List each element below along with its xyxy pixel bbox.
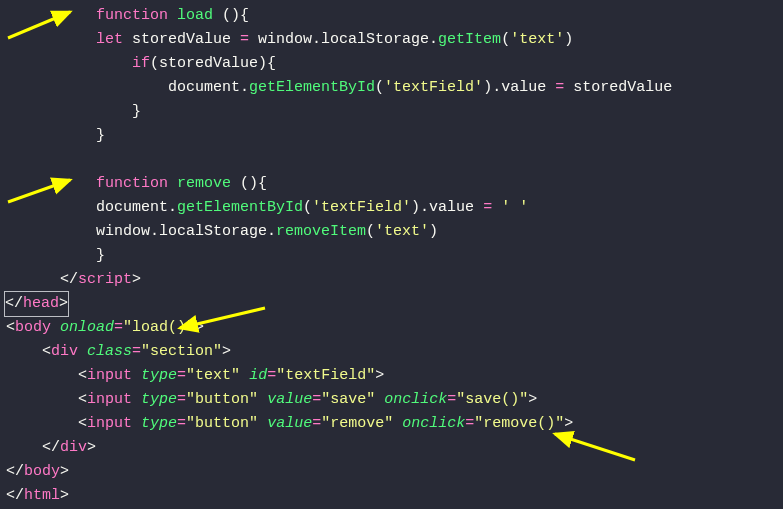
code-line: function load (){: [6, 4, 783, 28]
code-line: function remove (){: [6, 172, 783, 196]
keyword: function: [96, 7, 168, 24]
code-line: <div class="section">: [6, 340, 783, 364]
code-line: }: [6, 100, 783, 124]
code-line: <body onload="load()">: [6, 316, 783, 340]
code-line: [6, 148, 783, 172]
code-line: document.getElementById('textField').val…: [6, 76, 783, 100]
code-line: <input type="text" id="textField">: [6, 364, 783, 388]
code-line: }: [6, 244, 783, 268]
function-name: remove: [177, 175, 231, 192]
code-line: </script>: [6, 268, 783, 292]
code-line: </div>: [6, 436, 783, 460]
code-line: document.getElementById('textField').val…: [6, 196, 783, 220]
keyword: function: [96, 175, 168, 192]
code-line: if(storedValue){: [6, 52, 783, 76]
keyword: if: [132, 55, 150, 72]
code-line: <input type="button" value="save" onclic…: [6, 388, 783, 412]
code-line: </body>: [6, 460, 783, 484]
keyword: let: [96, 31, 123, 48]
code-line: window.localStorage.removeItem('text'): [6, 220, 783, 244]
code-line: }: [6, 124, 783, 148]
code-line: <input type="button" value="remove" oncl…: [6, 412, 783, 436]
code-line: </html>: [6, 484, 783, 508]
text-cursor: </head>: [5, 292, 68, 316]
code-editor[interactable]: function load (){ let storedValue = wind…: [0, 0, 783, 508]
function-name: load: [177, 7, 213, 24]
code-line: </head>: [6, 292, 783, 316]
code-line: let storedValue = window.localStorage.ge…: [6, 28, 783, 52]
